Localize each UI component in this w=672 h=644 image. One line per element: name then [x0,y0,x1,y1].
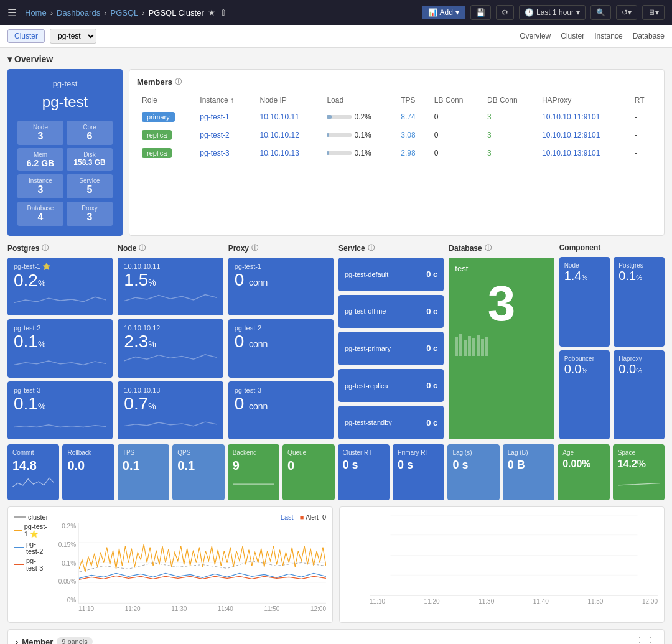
cluster-name: pg-test [17,93,113,111]
breadcrumb-dashboards[interactable]: Dashboards [57,8,100,17]
top-navigation: ☰ Home › Dashboards › PGSQL › PGSQL Clus… [0,0,672,25]
metric-queue: Queue 0 [282,444,334,500]
cluster-tab[interactable]: Cluster [7,29,45,43]
postgres-info-icon[interactable]: ⓘ [42,243,49,253]
chevron-right-icon: › [16,637,18,645]
table-row: replica pg-test-2 10.10.10.12 0.1% 3.08 … [137,126,656,144]
role-badge: replica [142,130,172,140]
service-item-2: pg-test-offline 0 c [338,295,444,329]
tps-2: 2.98 [401,149,415,157]
star-icon[interactable]: ★ [208,7,216,17]
members-panel: Members ⓘ Role Instance ↑ Node IP Load T… [129,69,665,236]
member-section-collapse[interactable]: › Member 9 panels ⋮⋮ [7,629,665,644]
postgres-item-1: pg-test-1 ⭐ 0.2% [7,258,113,315]
table-row: primary pg-test-1 10.10.10.11 0.2% 8.74 … [137,108,656,126]
display-button[interactable]: 🖥▾ [642,5,665,20]
sub-nav-links: Overview Cluster Instance Database [520,32,665,40]
haproxy-link-0[interactable]: 10.10.10.11:9101 [542,113,600,121]
service-info-icon[interactable]: ⓘ [368,243,375,253]
role-badge: primary [142,112,175,122]
sparkline-node-3 [124,414,217,432]
metric-rollback: Rollback 0.0 [62,444,114,500]
chart-layout: cluster pg-test-1 ⭐ pg-test-2 pg-test-3 [14,513,326,612]
chart-icon: 📊 [428,8,437,17]
nodeip-link-0[interactable]: 10.10.10.11 [259,113,299,121]
col-instance[interactable]: Instance ↑ [195,93,254,108]
proxy-item-2: pg-test-2 0 conn [228,319,334,377]
overview-row: pg-test pg-test Node 3 Core 6 Mem 6.2 GB… [7,69,665,236]
service-item-5: pg-test-standby 0 c [338,406,444,439]
breadcrumb-home[interactable]: Home [25,8,47,17]
proxy-item-3: pg-test-3 0 conn [228,381,334,439]
zoom-out-button[interactable]: 🔍 [590,5,611,20]
instance-link-0[interactable]: pg-test-1 [200,113,229,121]
comp-pgbouncer: Pgbouncer 0.0% [559,350,610,440]
chart-header-right: Last ■ Alert 0 [55,513,326,521]
share-icon[interactable]: ⇧ [220,7,227,17]
db-bars [455,334,548,356]
legend-pg2: pg-test-2 [14,540,49,555]
page-content: ▾ Overview pg-test pg-test Node 3 Core 6… [0,48,672,644]
cluster-link[interactable]: Cluster [561,32,584,40]
haproxy-link-1[interactable]: 10.10.10.12:9101 [542,131,600,139]
settings-button[interactable]: ⚙ [496,5,514,20]
member-section-dots[interactable]: ⋮⋮ [634,635,656,644]
component-section-title: Component [559,242,665,253]
col-tps: TPS [396,93,429,108]
chart-legend: cluster pg-test-1 ⭐ pg-test-2 pg-test-3 [14,513,49,612]
members-table: Role Instance ↑ Node IP Load TPS LB Conn… [137,93,656,162]
col-haproxy: HAProxy [537,93,630,108]
database-link[interactable]: Database [633,32,665,40]
instance-link-2[interactable]: pg-test-3 [200,149,229,157]
col-dbconn: DB Conn [482,93,537,108]
instance-link[interactable]: Instance [594,32,622,40]
metric-tps: TPS 0.1 [118,444,169,500]
save-dashboard-button[interactable]: 💾 [470,5,491,20]
node-item-1: 10.10.10.11 1.5% [118,258,223,315]
chart-with-yaxis: 0.2% 0.15% 0.1% 0.05% 0% [55,523,326,604]
service-section-title: Service ⓘ [338,242,444,254]
sparkline-space [618,470,660,487]
y-axis: 0.2% 0.15% 0.1% 0.05% 0% [55,523,78,604]
charts-row: cluster pg-test-1 ⭐ pg-test-2 pg-test-3 [7,506,665,623]
metric-backend: Backend 9 [228,444,279,500]
node-item-2: 10.10.10.12 2.3% [118,319,223,377]
col-role: Role [137,93,195,108]
overview-link[interactable]: Overview [520,32,551,40]
metric-commit: Commit 14.8 [7,444,59,500]
nodeip-link-1[interactable]: 10.10.10.12 [259,131,299,139]
sparkline-backend [233,473,274,490]
service-item-4: pg-test-replica 0 c [338,369,444,403]
legend-cluster-line [14,516,26,518]
sparkline-postgres-2 [14,352,106,370]
add-button[interactable]: 📊 Add ▾ [422,6,465,19]
postgres-column: Postgres ⓘ pg-test-1 ⭐ 0.2% pg-test-2 0.… [7,242,113,439]
members-info-icon[interactable]: ⓘ [175,77,182,86]
sparkline-postgres-3 [14,414,106,432]
hamburger-menu[interactable]: ☰ [7,7,16,19]
role-badge: replica [142,148,172,158]
stat-proxy: Proxy 3 [67,202,113,226]
secondary-y-axis [346,515,370,596]
component-top-row: Node 1.4% Postgres 0.1% [559,257,665,347]
refresh-button[interactable]: ↺▾ [616,5,637,20]
database-info-icon[interactable]: ⓘ [485,243,492,253]
database-section-title: Database ⓘ [449,242,554,254]
haproxy-link-2[interactable]: 10.10.10.13:9101 [542,149,600,157]
cluster-select[interactable]: pg-test [50,29,96,44]
time-range-button[interactable]: 🕐 Last 1 hour ▾ [519,5,586,20]
sparkline-postgres-1 [14,291,106,309]
proxy-item-1: pg-test-1 0 conn [228,258,334,315]
service-item-1: pg-test-default 0 c [338,258,444,291]
cluster-stats-grid: Node 3 Core 6 Mem 6.2 GB Disk 158.3 GB I… [17,121,113,226]
node-info-icon[interactable]: ⓘ [139,243,146,253]
metric-primary-rt: Primary RT 0 s [393,444,444,500]
proxy-info-icon[interactable]: ⓘ [251,243,258,253]
instance-link-1[interactable]: pg-test-2 [200,131,229,139]
secondary-chart-with-yaxis [346,515,658,596]
legend-pg1: pg-test-1 ⭐ [14,523,49,538]
secondary-chart-panel: 11:10 11:20 11:30 11:40 11:50 12:00 [339,506,665,623]
nodeip-link-2[interactable]: 10.10.10.13 [259,149,299,157]
overview-section-title[interactable]: ▾ Overview [7,48,665,69]
breadcrumb-pgsql[interactable]: PGSQL [110,8,138,17]
